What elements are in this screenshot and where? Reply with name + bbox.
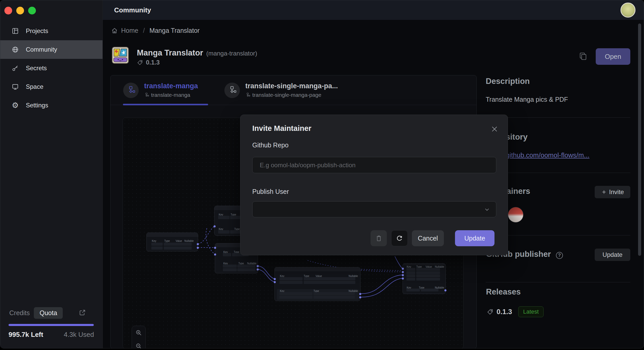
open-button[interactable]: Open xyxy=(596,48,630,65)
update-button-label: Update xyxy=(464,235,485,242)
node-column-header: Nullable xyxy=(184,240,194,242)
node-cell xyxy=(279,277,303,280)
release-row: 0.1.3 Latest xyxy=(487,306,544,317)
sidebar-item-label: Secrets xyxy=(26,65,47,72)
external-link-icon[interactable] xyxy=(79,309,86,316)
node-cell xyxy=(406,268,415,271)
tab-translate-manga[interactable]: translate-manga translate-manga xyxy=(123,75,216,105)
input-port[interactable] xyxy=(214,225,216,227)
quota-toggle[interactable]: Quota xyxy=(34,307,63,319)
page-slug: (manga-translator) xyxy=(206,50,257,57)
tab-title: translate-single-manga-pa... xyxy=(245,82,338,90)
copy-icon[interactable] xyxy=(579,52,587,61)
window-controls xyxy=(4,7,38,14)
close-icon[interactable] xyxy=(491,125,498,133)
cancel-button-label: Cancel xyxy=(418,235,438,242)
node-header xyxy=(275,267,360,271)
description-heading: Description xyxy=(486,77,530,86)
flow-edge xyxy=(395,256,402,268)
node-cell xyxy=(313,296,355,299)
output-port[interactable] xyxy=(257,265,259,267)
credits-progress-bar xyxy=(9,324,94,326)
sidebar: Projects Community Secrets Space xyxy=(0,0,103,348)
publish-user-label: Publish User xyxy=(252,188,289,195)
sidebar-item-label: Projects xyxy=(26,27,48,35)
close-window-button[interactable] xyxy=(4,7,12,14)
refresh-icon xyxy=(396,234,403,242)
output-port[interactable] xyxy=(359,296,361,298)
sidebar-item-secrets[interactable]: Secrets xyxy=(0,59,103,77)
node-cell xyxy=(416,271,440,274)
input-port[interactable] xyxy=(274,278,276,280)
breadcrumb-home[interactable]: Home xyxy=(121,27,138,34)
node-cell xyxy=(304,277,355,280)
maintainer-avatar[interactable] xyxy=(508,207,523,222)
node-cell xyxy=(164,246,192,250)
node-d[interactable]: KeyTypeValueNullableKeyTypeNullable xyxy=(274,267,360,301)
input-port[interactable] xyxy=(214,247,216,249)
output-port[interactable] xyxy=(257,268,259,271)
active-tab-indicator xyxy=(123,104,208,105)
tab-title: translate-manga xyxy=(144,82,198,90)
sidebar-nav: Projects Community Secrets Space xyxy=(0,22,103,115)
sidebar-item-label: Community xyxy=(26,46,57,53)
invite-maintainer-modal: Invite Maintainer Github Repo Publish Us… xyxy=(240,115,508,255)
update-button[interactable]: Update xyxy=(455,230,494,246)
node-cell xyxy=(223,268,237,271)
tag-icon xyxy=(137,59,143,66)
canvas-zoom-toolbar xyxy=(132,326,146,348)
output-port[interactable] xyxy=(444,289,446,291)
user-avatar[interactable] xyxy=(621,3,635,18)
input-port[interactable] xyxy=(214,253,216,256)
cancel-button[interactable]: Cancel xyxy=(412,230,444,246)
topbar-title: Community xyxy=(114,6,151,14)
github-repo-input[interactable] xyxy=(252,157,496,173)
refresh-button[interactable] xyxy=(391,230,408,246)
github-repo-label: Github Repo xyxy=(252,141,288,149)
node-cell xyxy=(223,253,231,256)
monitor-icon xyxy=(12,83,19,90)
vertical-scrollbar[interactable] xyxy=(638,23,641,256)
node-cell xyxy=(416,274,440,277)
input-port[interactable] xyxy=(274,281,276,283)
output-port[interactable] xyxy=(359,293,361,295)
input-port[interactable] xyxy=(402,274,404,276)
node-cell xyxy=(151,246,163,250)
sidebar-item-community[interactable]: Community xyxy=(0,40,103,59)
input-port[interactable] xyxy=(402,268,404,270)
help-question-icon[interactable]: ? xyxy=(556,252,563,259)
releases-heading: Releases xyxy=(486,287,521,297)
minimize-window-button[interactable] xyxy=(16,7,24,14)
node-cell xyxy=(279,296,312,299)
sidebar-item-space[interactable]: Space xyxy=(0,77,103,96)
key-icon xyxy=(12,65,19,72)
node-cell xyxy=(237,268,255,271)
zoom-out-button[interactable] xyxy=(132,339,145,348)
invite-button[interactable]: Invite xyxy=(595,186,630,198)
tab-translate-single-manga-page[interactable]: translate-single-manga-pa... translate-s… xyxy=(224,75,346,105)
node-a[interactable]: KeyTypeValueNullable xyxy=(146,233,198,251)
publish-user-select[interactable] xyxy=(252,201,496,217)
output-port[interactable] xyxy=(197,243,199,245)
node-header xyxy=(147,233,198,237)
maximize-window-button[interactable] xyxy=(28,7,36,14)
node-cell xyxy=(304,281,355,284)
workflow-icon xyxy=(123,83,139,98)
input-port[interactable] xyxy=(402,277,404,280)
app-window: Projects Community Secrets Space xyxy=(0,0,644,348)
chevron-down-icon xyxy=(484,206,490,213)
credits-used: 4.3k Used xyxy=(64,331,94,339)
publisher-update-button[interactable]: Update xyxy=(595,249,630,261)
home-icon[interactable] xyxy=(111,27,118,34)
sidebar-item-projects[interactable]: Projects xyxy=(0,22,103,40)
input-port[interactable] xyxy=(402,271,404,273)
zoom-in-button[interactable] xyxy=(132,326,145,339)
credits-panel: Credits Quota 995.7k Left 4.3k Used xyxy=(0,307,103,348)
delete-button[interactable] xyxy=(371,230,387,246)
tab-subtitle-row: translate-manga xyxy=(144,92,190,98)
breadcrumb: Home / Manga Translator xyxy=(111,27,200,34)
sidebar-item-settings[interactable]: ⚙ Settings xyxy=(0,96,103,115)
flow-edge xyxy=(362,269,402,271)
output-port[interactable] xyxy=(197,247,199,249)
node-e[interactable]: KeyTypeValueNullableKeyTypeNullable xyxy=(403,263,446,294)
